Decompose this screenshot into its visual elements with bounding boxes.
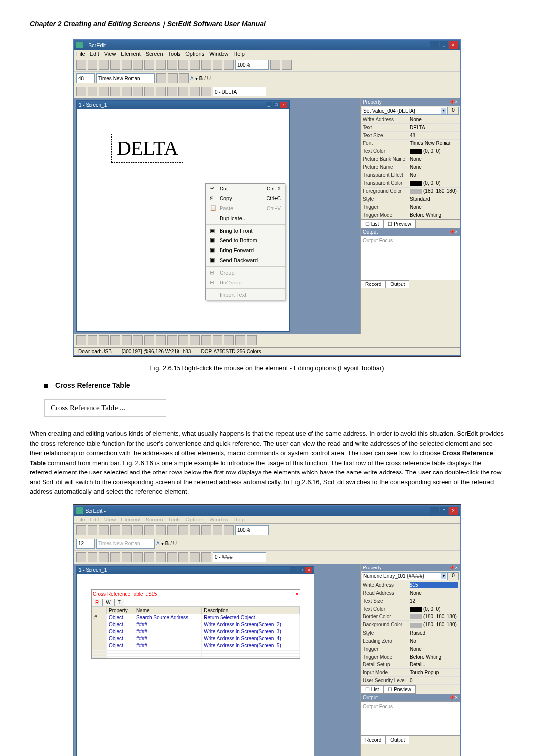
toolbox-icon[interactable] [156,335,166,345]
menu-help[interactable]: Help [233,517,245,522]
snap-icon[interactable] [201,525,211,535]
menu-screen[interactable]: Screen [146,517,163,522]
cut-icon[interactable] [144,60,154,70]
inner-close[interactable]: × [280,102,287,108]
prop-value[interactable]: Standard [410,196,458,202]
toolbox-icon[interactable] [235,335,245,345]
crt-tab-w[interactable]: W [102,599,114,606]
menu-file[interactable]: File [76,517,85,522]
element-icon[interactable] [88,87,97,96]
redo-icon[interactable] [133,60,143,70]
toolbox-icon[interactable] [88,335,97,345]
align-left-icon[interactable] [156,73,166,83]
element-icon[interactable] [133,87,143,96]
tab-output[interactable]: Output [386,736,409,744]
toolbox-icon[interactable] [213,335,222,345]
toolbox-icon[interactable] [167,335,177,345]
prop-value[interactable]: None [410,646,458,652]
element-icon[interactable] [122,87,132,96]
menu-view[interactable]: View [104,51,116,57]
toolbox-icon[interactable] [122,335,132,345]
align-icon[interactable] [213,60,222,70]
undo-icon[interactable] [122,525,132,535]
tab-preview[interactable]: ☐ Preview [383,220,415,228]
menu-edit[interactable]: Edit [90,517,99,522]
element-icon[interactable] [156,552,166,562]
save-icon[interactable] [99,60,109,70]
prop-value[interactable]: Before Writing [410,212,458,218]
element-icon[interactable] [178,552,188,562]
element-icon[interactable] [110,552,120,562]
menu-element[interactable]: Element [121,517,140,522]
pin-icon[interactable]: 📌× [449,695,458,700]
element-icon[interactable] [167,552,177,562]
crt-close-icon[interactable]: × [295,591,299,598]
prop-value[interactable]: Times New Roman [410,141,458,146]
toolbox-icon[interactable] [201,335,211,345]
zoom-out-icon[interactable] [282,60,292,70]
crt-col-desc[interactable]: Description [202,606,300,614]
prop-value[interactable]: (0, 0, 0) [410,148,458,154]
delta-element[interactable]: DELTA [111,134,183,163]
menu-options[interactable]: Options [185,517,204,522]
paste-icon[interactable] [167,525,177,535]
align-center-icon[interactable] [168,73,178,83]
prop-value[interactable]: Touch Popup [410,670,458,675]
new-icon[interactable] [76,525,86,535]
paste-icon[interactable] [167,60,177,70]
grid-icon[interactable] [190,60,200,70]
new-icon[interactable] [76,60,86,70]
redo-icon[interactable] [133,525,143,535]
tab-record[interactable]: Record [361,736,386,744]
property-element-dropdown[interactable]: Numeric Entry_001 {#####} ▾ [362,572,448,580]
crt-tab-t[interactable]: T [114,599,124,606]
align-right-icon[interactable] [179,73,189,83]
prop-value[interactable]: None [410,590,458,596]
menu-view[interactable]: View [104,517,116,522]
menu-screen[interactable]: Screen [146,51,163,57]
element-icon[interactable] [122,552,132,562]
element-icon[interactable] [167,87,177,96]
tab-list[interactable]: ☐ List [361,685,383,694]
element-icon[interactable] [76,87,86,96]
help-icon[interactable] [224,60,234,70]
font-size-input[interactable] [76,539,95,549]
element-icon[interactable] [110,87,120,96]
grid-icon[interactable] [190,525,200,535]
element-icon[interactable] [156,87,166,96]
zoom-input[interactable] [235,60,269,70]
screen-dropdown[interactable] [213,552,266,562]
font-name-input[interactable] [96,73,155,83]
print-icon[interactable] [110,525,120,535]
minimize-button[interactable]: _ [430,41,439,49]
prop-value[interactable]: Raised [410,630,458,636]
prop-value[interactable]: (0, 0, 0) [410,606,458,612]
find-icon[interactable] [178,60,188,70]
open-icon[interactable] [88,525,97,535]
pin-icon[interactable]: 📌× [449,565,458,570]
element-icon[interactable] [201,87,211,96]
prop-value[interactable]: No [410,638,458,644]
underline-icon[interactable]: U [173,541,177,546]
prop-value[interactable]: DELTA [410,125,458,130]
undo-icon[interactable] [122,60,132,70]
help-icon[interactable] [224,525,234,535]
prop-value[interactable]: None [410,156,458,162]
element-icon[interactable] [144,552,154,562]
crt-col-property[interactable]: Property [107,606,134,614]
prop-value[interactable]: None [410,117,458,122]
prop-value[interactable]: 0 [410,678,458,683]
menu-help[interactable]: Help [233,51,245,57]
element-icon[interactable] [99,552,109,562]
prop-value[interactable]: None [410,204,458,210]
maximize-button[interactable]: □ [440,41,448,49]
toolbox-icon[interactable] [247,335,257,345]
tab-preview[interactable]: ☐ Preview [383,685,415,694]
menu-bring-forward[interactable]: ▣Bring Forward [206,245,285,255]
menu-tools[interactable]: Tools [168,517,181,522]
tab-output[interactable]: Output [386,280,409,288]
inner-minimize[interactable]: _ [290,567,297,573]
copy-icon[interactable] [156,525,166,535]
pin-icon[interactable]: 📌× [449,99,458,105]
copy-icon[interactable] [156,60,166,70]
